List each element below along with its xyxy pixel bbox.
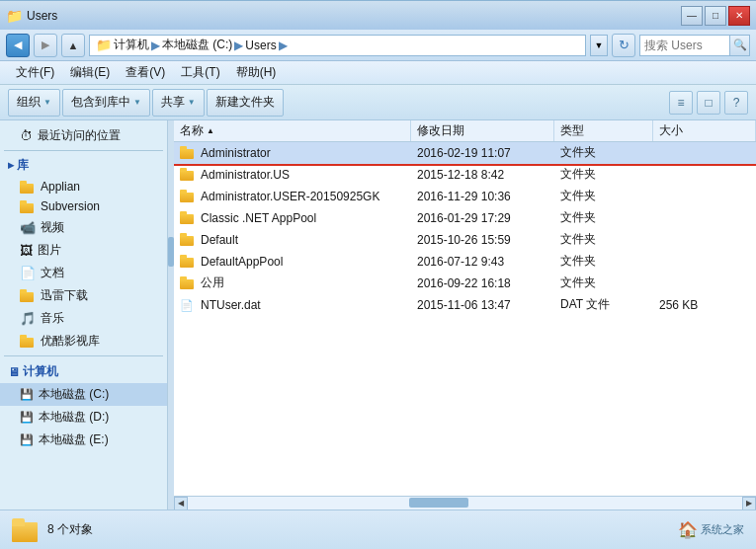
address-part-computer: 计算机 — [114, 37, 149, 53]
title-bar-controls: — □ ✕ — [681, 6, 750, 26]
sidebar-item-drive-e[interactable]: 💾 本地磁盘 (E:) — [0, 429, 167, 451]
sidebar-item-documents[interactable]: 📄 文档 — [0, 262, 167, 284]
table-row[interactable]: 公用 2016-09-22 16:18 文件夹 — [174, 273, 756, 294]
menu-file[interactable]: 文件(F) — [8, 62, 62, 83]
preview-pane-button[interactable]: □ — [697, 91, 720, 115]
address-bar: ◀ ▶ ▲ 📁 计算机 ▶ 本地磁盘 (C:) ▶ Users ▶ ▼ ↻ 🔍 — [0, 30, 756, 61]
sidebar-item-applian[interactable]: Applian — [0, 177, 167, 196]
sidebar-scroll-thumb — [168, 237, 174, 267]
sidebar-computer-section: 🖥 计算机 💾 本地磁盘 (C:) 💾 本地磁盘 (D:) 💾 本地磁盘 (E:… — [0, 360, 167, 451]
table-row[interactable]: NTUser.dat 2015-11-06 13:47 DAT 文件 256 K… — [174, 294, 756, 316]
sidebar-item-subversion[interactable]: Subversion — [0, 196, 167, 216]
sidebar-divider-1 — [4, 150, 163, 151]
toolbar-right: ≡ □ ? — [669, 91, 748, 115]
search-input[interactable] — [640, 36, 729, 55]
file-list-header: 名称 ▲ 修改日期 类型 大小 — [174, 120, 756, 142]
horizontal-scrollbar: ◀ ▶ — [174, 496, 756, 510]
address-sep-2: ▶ — [234, 39, 243, 52]
drive-c-icon: 💾 — [20, 388, 34, 401]
sidebar-item-pictures[interactable]: 🖼 图片 — [0, 239, 167, 262]
file-list: Administrator 2016-02-19 11:07 文件夹 Admin… — [174, 142, 756, 496]
folder-icon-5 — [180, 255, 196, 268]
col-header-size[interactable]: 大小 — [653, 120, 756, 141]
menu-help[interactable]: 帮助(H) — [228, 62, 285, 83]
table-row[interactable]: Classic .NET AppPool 2016-01-29 17:29 文件… — [174, 207, 756, 229]
file-type-7: DAT 文件 — [554, 296, 653, 313]
scroll-left-button[interactable]: ◀ — [174, 497, 188, 510]
title-bar-title: Users — [27, 9, 57, 23]
file-name-defaultapppool: DefaultAppPool — [174, 255, 411, 269]
forward-button[interactable]: ▶ — [34, 34, 57, 57]
table-row[interactable]: Administrator.US 2015-12-18 8:42 文件夹 — [174, 164, 756, 186]
file-date-4: 2015-10-26 15:59 — [411, 233, 554, 247]
youku-folder-icon — [20, 335, 36, 348]
sidebar-item-drive-c[interactable]: 💾 本地磁盘 (C:) — [0, 383, 167, 406]
new-folder-button[interactable]: 新建文件夹 — [207, 89, 284, 117]
col-header-type[interactable]: 类型 — [554, 120, 653, 141]
file-size-7: 256 KB — [653, 298, 756, 312]
close-button[interactable]: ✕ — [728, 6, 750, 26]
table-row[interactable]: Administrator 2016-02-19 11:07 文件夹 — [174, 142, 756, 164]
file-type-0: 文件夹 — [554, 144, 653, 161]
file-name-ntuser: NTUser.dat — [174, 298, 411, 312]
scroll-right-button[interactable]: ▶ — [742, 497, 756, 510]
folder-icon-3 — [180, 211, 196, 224]
sidebar-library-header[interactable]: ▶ 库 — [0, 154, 167, 177]
file-date-5: 2016-07-12 9:43 — [411, 255, 554, 269]
help-button[interactable]: ? — [724, 91, 748, 115]
up-button[interactable]: ▲ — [61, 34, 85, 57]
maximize-button[interactable]: □ — [705, 6, 726, 26]
address-folder-icon: 📁 — [96, 38, 112, 52]
menu-edit[interactable]: 编辑(E) — [62, 62, 118, 83]
address-sep-1: ▶ — [151, 39, 160, 52]
toolbar: 组织 ▼ 包含到库中 ▼ 共享 ▼ 新建文件夹 ≡ □ ? — [0, 85, 756, 120]
pictures-icon: 🖼 — [20, 243, 33, 258]
h-scroll-thumb — [409, 498, 468, 508]
menu-view[interactable]: 查看(V) — [118, 62, 173, 83]
documents-icon: 📄 — [20, 266, 36, 280]
file-type-2: 文件夹 — [554, 188, 653, 204]
sidebar-item-drive-d[interactable]: 💾 本地磁盘 (D:) — [0, 406, 167, 429]
file-name-administrator: Administrator — [174, 146, 411, 160]
library-chevron-icon: ▶ — [8, 161, 14, 170]
drive-e-icon: 💾 — [20, 433, 34, 446]
sidebar-item-music[interactable]: 🎵 音乐 — [0, 307, 167, 330]
table-row[interactable]: Administrator.USER-20150925GK 2016-11-29… — [174, 186, 756, 207]
refresh-button[interactable]: ↻ — [612, 34, 635, 57]
table-row[interactable]: Default 2015-10-26 15:59 文件夹 — [174, 229, 756, 251]
sidebar-computer-header[interactable]: 🖥 计算机 — [0, 360, 167, 383]
sort-arrow-icon: ▲ — [207, 126, 214, 135]
col-header-name[interactable]: 名称 ▲ — [174, 120, 411, 141]
menu-bar: 文件(F) 编辑(E) 查看(V) 工具(T) 帮助(H) — [0, 61, 756, 85]
sidebar-item-youku[interactable]: 优酷影视库 — [0, 330, 167, 353]
minimize-button[interactable]: — — [681, 6, 703, 26]
sidebar-library-section: ▶ 库 Applian Subversion 📹 视频 🖼 图片 📄 文档 — [0, 154, 167, 353]
sidebar-scrollbar[interactable] — [168, 120, 174, 510]
scroll-track[interactable] — [188, 497, 742, 510]
sidebar-item-xunlei[interactable]: 迅雷下载 — [0, 284, 167, 307]
file-date-0: 2016-02-19 11:07 — [411, 146, 554, 160]
address-dropdown[interactable]: ▼ — [590, 35, 608, 56]
subversion-folder-icon — [20, 200, 36, 213]
file-list-container: 名称 ▲ 修改日期 类型 大小 Administrator 2016-02-19 — [174, 120, 756, 510]
status-logo: 🏠 系统之家 — [678, 520, 744, 539]
view-toggle-button[interactable]: ≡ — [669, 91, 693, 115]
sidebar-item-video[interactable]: 📹 视频 — [0, 216, 167, 239]
search-button[interactable]: 🔍 — [729, 36, 749, 55]
address-path[interactable]: 📁 计算机 ▶ 本地磁盘 (C:) ▶ Users ▶ — [89, 35, 586, 56]
drive-d-icon: 💾 — [20, 411, 34, 424]
back-button[interactable]: ◀ — [6, 34, 30, 57]
file-name-administrator-user: Administrator.USER-20150925GK — [174, 190, 411, 203]
sidebar-item-recent[interactable]: ⏱ 最近访问的位置 — [0, 124, 167, 147]
col-header-date[interactable]: 修改日期 — [411, 120, 554, 141]
file-type-6: 文件夹 — [554, 274, 653, 291]
menu-tools[interactable]: 工具(T) — [173, 62, 227, 83]
music-icon: 🎵 — [20, 311, 36, 326]
file-date-2: 2016-11-29 10:36 — [411, 190, 554, 203]
file-name-default: Default — [174, 233, 411, 247]
status-folder-icon — [12, 518, 40, 542]
table-row[interactable]: DefaultAppPool 2016-07-12 9:43 文件夹 — [174, 251, 756, 273]
organize-button[interactable]: 组织 ▼ — [8, 89, 60, 117]
include-library-button[interactable]: 包含到库中 ▼ — [62, 89, 150, 117]
share-button[interactable]: 共享 ▼ — [152, 89, 205, 117]
